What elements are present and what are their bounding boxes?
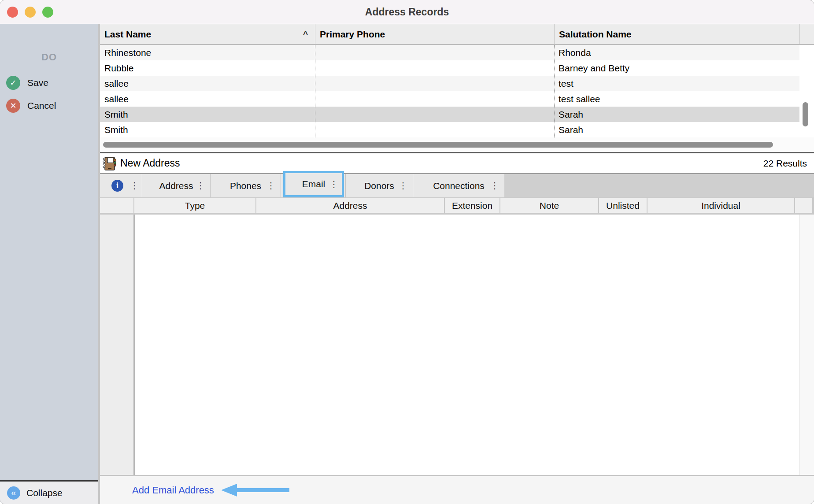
column-header-note[interactable]: Note xyxy=(500,198,598,213)
cell-salutation: Rhonda xyxy=(554,45,799,60)
window-title: Address Records xyxy=(0,0,814,24)
email-table-scroll-gutter xyxy=(799,215,814,475)
save-button-label: Save xyxy=(27,74,48,92)
email-table-header: Type Address Extension Note Unlisted Ind… xyxy=(100,197,814,215)
column-header-individual[interactable]: Individual xyxy=(648,198,794,213)
gutter-border xyxy=(133,215,135,475)
tab-email-active[interactable]: Email ⋮ xyxy=(283,171,344,197)
table-row-selected[interactable]: Smith Sarah xyxy=(100,107,799,122)
titlebar: Address Records xyxy=(0,0,814,24)
record-title: New Address xyxy=(120,153,180,173)
tab-menu-dots[interactable]: ⋮ xyxy=(130,174,139,197)
info-button[interactable]: i ⋮ xyxy=(100,174,142,197)
tab-menu-dots[interactable]: ⋮ xyxy=(399,174,407,197)
horizontal-scrollbar[interactable] xyxy=(100,137,814,152)
column-header-primary-phone[interactable]: Primary Phone xyxy=(315,24,554,44)
cancel-button-label: Cancel xyxy=(27,96,56,115)
table-row[interactable]: sallee test xyxy=(100,76,799,91)
cell-last-name: sallee xyxy=(100,76,315,91)
collapse-chevrons-icon: « xyxy=(7,486,20,500)
cell-last-name: Rhinestone xyxy=(100,45,315,60)
tab-menu-dots[interactable]: ⋮ xyxy=(196,174,205,197)
tab-address-label: Address xyxy=(159,181,193,191)
cell-salutation: Sarah xyxy=(554,122,799,137)
cell-primary-phone xyxy=(315,107,554,122)
sidebar: DO ✓ Save ✕ Cancel xyxy=(0,24,98,504)
tab-phones[interactable]: Phones ⋮ xyxy=(210,174,281,197)
column-separator xyxy=(315,45,315,137)
results-table-header: Last Name ^ Primary Phone Salutation Nam… xyxy=(100,24,814,45)
table-row[interactable]: Rubble Barney and Betty xyxy=(100,60,799,76)
do-section-label: DO xyxy=(0,52,98,63)
column-header-last-name[interactable]: Last Name ^ xyxy=(100,24,315,44)
cell-last-name: Smith xyxy=(100,107,315,122)
table-row[interactable]: Rhinestone Rhonda xyxy=(100,45,799,60)
annotation-arrow-icon xyxy=(221,483,292,499)
tab-menu-dots[interactable]: ⋮ xyxy=(490,174,499,197)
save-check-icon: ✓ xyxy=(6,76,20,90)
cell-salutation: Barney and Betty xyxy=(554,60,799,76)
cell-salutation: test sallee xyxy=(554,91,799,107)
vertical-scrollbar[interactable] xyxy=(799,45,814,137)
column-header-type[interactable]: Type xyxy=(134,198,255,213)
cancel-x-icon: ✕ xyxy=(6,99,20,113)
column-header-salutation-name[interactable]: Salutation Name xyxy=(554,24,799,44)
add-email-address-link[interactable]: Add Email Address xyxy=(132,476,214,504)
collapse-button-label: Collapse xyxy=(26,482,63,504)
cell-primary-phone xyxy=(315,76,554,91)
cell-last-name: Smith xyxy=(100,122,315,137)
column-header-address[interactable]: Address xyxy=(256,198,444,213)
tab-menu-dots[interactable]: ⋮ xyxy=(329,173,338,195)
cell-primary-phone xyxy=(315,60,554,76)
column-separator xyxy=(554,45,555,137)
footer-bar: Add Email Address xyxy=(100,476,814,504)
cell-last-name: sallee xyxy=(100,91,315,107)
salutation-name-header-label: Salutation Name xyxy=(559,29,632,39)
tab-donors-label: Donors xyxy=(364,181,394,191)
column-header-spacer xyxy=(799,24,814,44)
tab-address[interactable]: Address ⋮ xyxy=(142,174,210,197)
column-header-extension[interactable]: Extension xyxy=(445,198,500,213)
cell-salutation: test xyxy=(554,76,799,91)
address-book-icon xyxy=(102,156,118,173)
cell-salutation: Sarah xyxy=(554,107,799,122)
vertical-scrollbar-thumb[interactable] xyxy=(803,102,808,126)
info-icon: i xyxy=(111,180,123,192)
cell-primary-phone xyxy=(315,45,554,60)
save-button[interactable]: ✓ Save xyxy=(0,74,98,92)
address-records-window: Address Records DO ✓ Save ✕ Cancel « Col… xyxy=(0,0,814,504)
sort-ascending-icon: ^ xyxy=(303,24,308,44)
results-count: 22 Results xyxy=(763,153,807,173)
horizontal-scrollbar-thumb[interactable] xyxy=(103,142,773,148)
column-header-row-gutter xyxy=(100,198,133,213)
primary-phone-header-label: Primary Phone xyxy=(320,29,385,39)
cancel-button[interactable]: ✕ Cancel xyxy=(0,96,98,115)
cell-primary-phone xyxy=(315,122,554,137)
cell-last-name: Rubble xyxy=(100,60,315,76)
table-row[interactable]: sallee test sallee xyxy=(100,91,799,107)
email-table-body[interactable] xyxy=(100,215,814,475)
column-header-unlisted[interactable]: Unlisted xyxy=(599,198,647,213)
tab-donors[interactable]: Donors ⋮ xyxy=(345,174,413,197)
table-row[interactable]: Smith Sarah xyxy=(100,122,799,137)
tab-connections-label: Connections xyxy=(433,181,485,191)
tab-menu-dots[interactable]: ⋮ xyxy=(266,174,275,197)
last-name-header-label: Last Name xyxy=(104,29,151,39)
tab-bar: i ⋮ Address ⋮ Phones ⋮ Donors ⋮ Connecti… xyxy=(100,173,814,197)
column-header-spacer xyxy=(795,198,812,213)
email-table-row-gutter xyxy=(100,215,133,475)
record-header-bar: New Address 22 Results xyxy=(100,153,814,173)
tab-phones-label: Phones xyxy=(230,181,261,191)
tab-connections[interactable]: Connections ⋮ xyxy=(413,174,504,197)
collapse-button[interactable]: « Collapse xyxy=(0,480,98,504)
cell-primary-phone xyxy=(315,91,554,107)
